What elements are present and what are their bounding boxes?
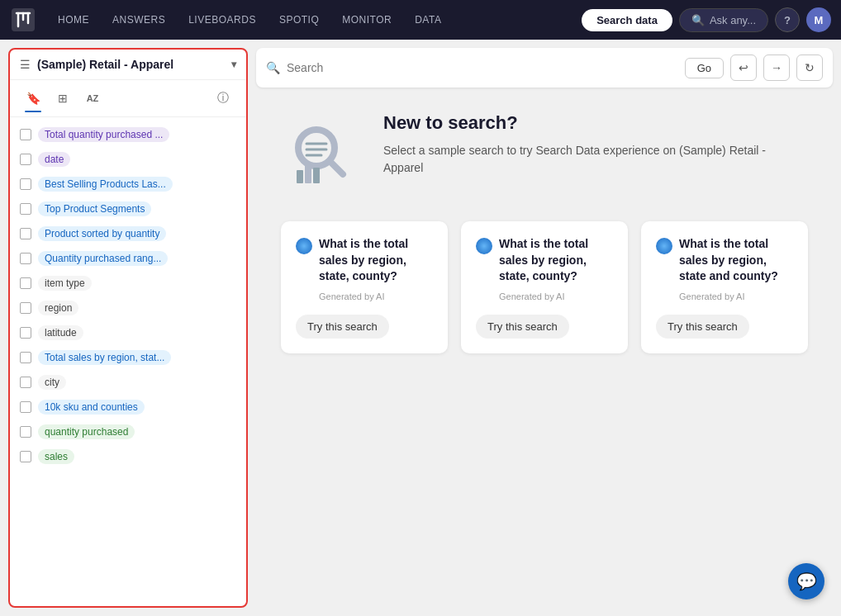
nav-back-button[interactable]: ↩ — [730, 54, 757, 81]
tab-grid[interactable]: ⊞ — [50, 85, 76, 111]
ai-icon — [656, 238, 672, 254]
chevron-down-icon: ▾ — [231, 59, 236, 70]
nav-refresh-button[interactable]: ↻ — [796, 54, 823, 81]
sidebar-item[interactable]: Product sorted by quantity — [10, 221, 246, 246]
card-generated-by: Generated by AI — [499, 291, 613, 301]
item-checkbox[interactable] — [20, 154, 31, 165]
card-question-text: What is the total sales by region, state… — [679, 236, 793, 285]
item-checkbox[interactable] — [20, 401, 31, 413]
item-label: Quantity purchased rang... — [38, 251, 168, 266]
try-search-button[interactable]: Try this search — [656, 315, 749, 339]
info-icon[interactable]: ⓘ — [210, 85, 236, 111]
logo[interactable] — [10, 7, 36, 33]
card-generated-by: Generated by AI — [679, 291, 793, 301]
onboarding-description: Select a sample search to try Search Dat… — [383, 142, 808, 177]
card-question: What is the total sales by region, state… — [296, 236, 433, 285]
sidebar-item[interactable]: 10k sku and counties — [10, 395, 246, 419]
sidebar-item[interactable]: Total quantity purchased ... — [10, 122, 246, 147]
datasource-selector[interactable]: (Sample) Retail - Apparel ▾ — [37, 58, 236, 71]
item-checkbox[interactable] — [20, 203, 31, 215]
tab-sort[interactable]: AZ — [79, 85, 106, 111]
item-label: Total sales by region, stat... — [38, 350, 171, 365]
ai-icon — [296, 238, 312, 254]
sidebar-item[interactable]: Best Selling Products Las... — [10, 172, 246, 197]
sidebar-item[interactable]: latitude — [10, 320, 246, 345]
item-label: Best Selling Products Las... — [38, 177, 173, 192]
chat-bubble-button[interactable]: 💬 — [788, 563, 824, 599]
search-icon: 🔍 — [266, 61, 280, 74]
sidebar-item[interactable]: Top Product Segments — [10, 197, 246, 221]
onboarding-title: New to search? — [383, 112, 808, 134]
item-label: quantity purchased — [38, 424, 135, 439]
sidebar-tabs: 🔖 ⊞ AZ ⓘ — [10, 80, 246, 117]
search-bar-container: 🔍 Go ↩ → ↻ — [256, 48, 833, 88]
nav-forward-button[interactable]: → — [763, 54, 790, 81]
new-to-search-section: New to search? Select a sample search to… — [256, 96, 833, 608]
top-navigation: HOME ANSWERS LIVEBOARDS SPOTIQ MONITOR D… — [0, 0, 841, 40]
item-checkbox[interactable] — [20, 302, 31, 314]
sidebar-item[interactable]: city — [10, 370, 246, 395]
card-generated-by: Generated by AI — [319, 291, 433, 301]
item-label: Product sorted by quantity — [38, 226, 166, 241]
search-input[interactable] — [287, 61, 678, 74]
card-question: What is the total sales by region, state… — [476, 236, 613, 285]
card-question-text: What is the total sales by region, state… — [499, 236, 613, 285]
sidebar-item[interactable]: region — [10, 296, 246, 320]
sidebar-item[interactable]: Total sales by region, stat... — [10, 345, 246, 370]
item-checkbox[interactable] — [20, 451, 31, 462]
search-icon-sm: 🔍 — [691, 14, 705, 26]
sidebar-item[interactable]: date — [10, 147, 246, 172]
onboarding-content: New to search? Select a sample search to… — [281, 112, 808, 195]
nav-data[interactable]: DATA — [406, 9, 449, 31]
svg-rect-11 — [305, 164, 311, 183]
item-checkbox[interactable] — [20, 327, 31, 339]
ai-icon — [476, 238, 492, 254]
item-checkbox[interactable] — [20, 129, 31, 140]
sample-card-3: What is the total sales by region, state… — [641, 221, 808, 353]
chat-icon: 💬 — [796, 571, 817, 591]
sidebar-item[interactable]: quantity purchased — [10, 419, 246, 444]
nav-home[interactable]: HOME — [50, 9, 97, 31]
try-search-button[interactable]: Try this search — [476, 315, 569, 339]
item-checkbox[interactable] — [20, 352, 31, 363]
sidebar-item[interactable]: Quantity purchased rang... — [10, 246, 246, 271]
item-label: sales — [38, 449, 74, 464]
main-layout: ☰ (Sample) Retail - Apparel ▾ 🔖 ⊞ AZ ⓘ T… — [0, 40, 841, 616]
user-avatar[interactable]: M — [806, 7, 831, 32]
item-checkbox[interactable] — [20, 228, 31, 239]
onboarding-text: New to search? Select a sample search to… — [383, 112, 808, 177]
nav-spotiq[interactable]: SPOTIQ — [271, 9, 327, 31]
svg-rect-10 — [297, 170, 303, 183]
item-label: item type — [38, 276, 92, 291]
go-button[interactable]: Go — [685, 58, 724, 78]
ask-any-button[interactable]: 🔍 Ask any... — [679, 8, 768, 32]
nav-liveboards[interactable]: LIVEBOARDS — [180, 9, 264, 31]
sample-cards-row: What is the total sales by region, state… — [281, 221, 808, 353]
search-data-button[interactable]: Search data — [582, 9, 672, 31]
item-label: Top Product Segments — [38, 201, 151, 216]
sample-card-1: What is the total sales by region, state… — [281, 221, 448, 353]
svg-rect-12 — [313, 168, 320, 183]
item-label: date — [38, 152, 70, 167]
sidebar-items-list: Total quantity purchased ... date Best S… — [10, 117, 246, 606]
item-checkbox[interactable] — [20, 377, 31, 388]
tab-bookmark[interactable]: 🔖 — [20, 85, 46, 111]
card-question-text: What is the total sales by region, state… — [319, 236, 433, 285]
help-button[interactable]: ? — [775, 7, 800, 32]
item-checkbox[interactable] — [20, 253, 31, 264]
sidebar-item[interactable]: item type — [10, 271, 246, 296]
sidebar-header: ☰ (Sample) Retail - Apparel ▾ — [10, 50, 246, 80]
sample-card-2: What is the total sales by region, state… — [461, 221, 628, 353]
search-illustration — [281, 112, 363, 195]
item-label: Total quantity purchased ... — [38, 127, 169, 142]
nav-answers[interactable]: ANSWERS — [104, 9, 173, 31]
datasource-label: (Sample) Retail - Apparel — [37, 58, 173, 71]
nav-monitor[interactable]: MONITOR — [334, 9, 400, 31]
right-content: 🔍 Go ↩ → ↻ — [248, 40, 841, 616]
item-checkbox[interactable] — [20, 178, 31, 190]
hamburger-icon[interactable]: ☰ — [20, 58, 31, 71]
item-checkbox[interactable] — [20, 426, 31, 438]
sidebar-item[interactable]: sales — [10, 444, 246, 469]
try-search-button[interactable]: Try this search — [296, 315, 389, 339]
item-checkbox[interactable] — [20, 277, 31, 289]
